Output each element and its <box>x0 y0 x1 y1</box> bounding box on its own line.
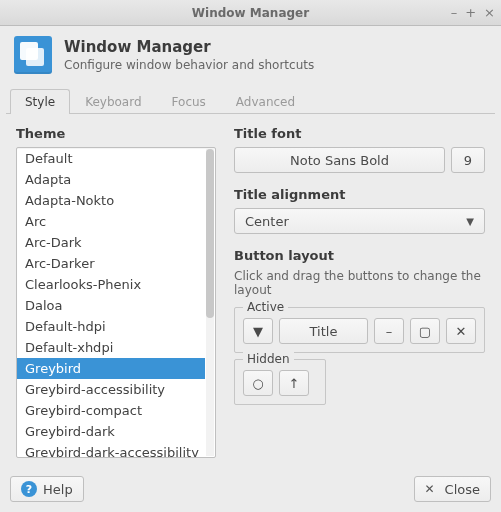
active-legend: Active <box>243 300 288 314</box>
title-font-size-button[interactable]: 9 <box>451 147 485 173</box>
theme-column: Theme DefaultAdaptaAdapta-NoktoArcArc-Da… <box>16 126 216 458</box>
minimize-button[interactable]: – <box>374 318 404 344</box>
title-font-size: 9 <box>464 153 472 168</box>
close-button[interactable]: ✕ <box>446 318 476 344</box>
active-fieldset: Active ▼ Title – ▢ ✕ <box>234 307 485 353</box>
tab-focus[interactable]: Focus <box>157 89 221 114</box>
app-icon <box>14 36 52 74</box>
tab-style[interactable]: Style <box>10 89 70 114</box>
list-item[interactable]: Default-xhdpi <box>17 337 205 358</box>
button-layout-hint: Click and drag the buttons to change the… <box>234 269 485 297</box>
title-button[interactable]: Title <box>279 318 368 344</box>
close-dialog-button[interactable]: ✕ Close <box>414 476 491 502</box>
shade-button[interactable]: ○ <box>243 370 273 396</box>
tabs: Style Keyboard Focus Advanced <box>0 88 501 113</box>
tab-advanced[interactable]: Advanced <box>221 89 310 114</box>
menu-button[interactable]: ▼ <box>243 318 273 344</box>
window-title: Window Manager <box>192 6 309 20</box>
list-item[interactable]: Greybird-dark-accessibility <box>17 442 205 457</box>
active-buttons-row: ▼ Title – ▢ ✕ <box>243 318 476 344</box>
hidden-fieldset: Hidden ○ ↑ <box>234 359 326 405</box>
theme-listbox[interactable]: DefaultAdaptaAdapta-NoktoArcArc-DarkArc-… <box>16 147 216 458</box>
scroll-thumb[interactable] <box>206 149 214 318</box>
list-item[interactable]: Arc-Darker <box>17 253 205 274</box>
tab-keyboard[interactable]: Keyboard <box>70 89 156 114</box>
maximize-icon[interactable]: + <box>465 6 476 19</box>
chevron-down-icon: ▼ <box>466 216 474 227</box>
list-item[interactable]: Default <box>17 148 205 169</box>
list-item[interactable]: Greybird <box>17 358 205 379</box>
titlebar: Window Manager – + × <box>0 0 501 26</box>
header-subtitle: Configure window behavior and shortcuts <box>64 58 314 72</box>
title-alignment-combo[interactable]: Center ▼ <box>234 208 485 234</box>
footer: ? Help ✕ Close <box>0 468 501 512</box>
list-item[interactable]: Daloa <box>17 295 205 316</box>
list-item[interactable]: Adapta-Nokto <box>17 190 205 211</box>
list-item[interactable]: Greybird-dark <box>17 421 205 442</box>
title-font-row: Noto Sans Bold 9 <box>234 147 485 173</box>
hidden-legend: Hidden <box>243 352 294 366</box>
list-item[interactable]: Greybird-compact <box>17 400 205 421</box>
list-item[interactable]: Greybird-accessibility <box>17 379 205 400</box>
header: Window Manager Configure window behavior… <box>0 26 501 88</box>
maximize-button[interactable]: ▢ <box>410 318 440 344</box>
title-alignment-row: Center ▼ <box>234 208 485 234</box>
help-label: Help <box>43 482 73 497</box>
right-column: Title font Noto Sans Bold 9 Title alignm… <box>234 126 485 458</box>
title-font-button[interactable]: Noto Sans Bold <box>234 147 445 173</box>
help-icon: ? <box>21 481 37 497</box>
title-font-label: Title font <box>234 126 485 141</box>
tab-panel-style: Theme DefaultAdaptaAdapta-NoktoArcArc-Da… <box>6 113 495 468</box>
close-x-icon: ✕ <box>425 482 435 496</box>
window-controls: – + × <box>451 0 495 25</box>
close-label: Close <box>445 482 480 497</box>
list-item[interactable]: Arc <box>17 211 205 232</box>
minimize-icon[interactable]: – <box>451 6 458 19</box>
title-font-name: Noto Sans Bold <box>290 153 389 168</box>
list-item[interactable]: Arc-Dark <box>17 232 205 253</box>
list-item[interactable]: Default-hdpi <box>17 316 205 337</box>
close-icon[interactable]: × <box>484 6 495 19</box>
stick-button[interactable]: ↑ <box>279 370 309 396</box>
theme-label: Theme <box>16 126 216 141</box>
window-body: Window Manager Configure window behavior… <box>0 26 501 512</box>
header-text: Window Manager Configure window behavior… <box>64 38 314 72</box>
list-item[interactable]: Adapta <box>17 169 205 190</box>
title-alignment-value: Center <box>245 214 289 229</box>
help-button[interactable]: ? Help <box>10 476 84 502</box>
scrollbar[interactable] <box>206 149 214 456</box>
button-layout-label: Button layout <box>234 248 485 263</box>
header-title: Window Manager <box>64 38 314 56</box>
hidden-buttons-row: ○ ↑ <box>243 370 317 396</box>
title-alignment-label: Title alignment <box>234 187 485 202</box>
list-item[interactable]: Clearlooks-Phenix <box>17 274 205 295</box>
